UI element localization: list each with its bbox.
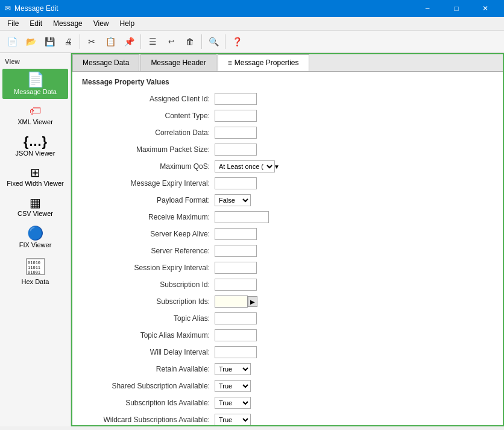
session-expiry-label: Session Expiry Interval: (82, 264, 215, 272)
paste-button[interactable]: 📌 (121, 33, 137, 50)
sep2 (140, 34, 141, 49)
save-button[interactable]: 💾 (41, 33, 58, 50)
sidebar-json-label: JSON Viewer (16, 150, 55, 157)
qos-dropdown-icon: ▼ (274, 163, 280, 170)
menu-message[interactable]: Message (48, 18, 87, 29)
server-keep-alive-row: Server Keep Alive: (82, 227, 493, 241)
session-expiry-input[interactable] (215, 262, 257, 274)
content-area: Message Property Values Assigned Client … (72, 72, 503, 425)
csv-icon: ▦ (30, 197, 41, 209)
max-qos-row: Maximum QoS: At Least once (1) At Most o… (82, 160, 493, 173)
will-delay-label: Will Delay Interval: (82, 348, 215, 356)
copy-button[interactable]: 📋 (102, 33, 119, 50)
tab-message-properties-label: Message Properties (235, 58, 299, 67)
sidebar-item-message-data[interactable]: 📄 Message Data (2, 69, 68, 99)
sidebar-xml-label: XML Viewer (17, 118, 53, 125)
retain-available-row: Retain Available: True False (82, 362, 493, 376)
max-packet-size-row: Maximum Packet Size: (82, 143, 493, 156)
subscription-id-row: Subscription Id: (82, 278, 493, 291)
server-keep-alive-label: Server Keep Alive: (82, 230, 215, 238)
open-button[interactable]: 📂 (22, 33, 39, 50)
retain-available-label: Retain Available: (82, 365, 215, 373)
server-keep-alive-input[interactable] (215, 228, 257, 240)
tab-message-header[interactable]: Message Header (140, 54, 216, 71)
tab-message-properties[interactable]: ≡Message Properties (218, 54, 309, 71)
close-button[interactable]: ✕ (471, 2, 499, 14)
payload-format-select[interactable]: False True (215, 194, 251, 206)
subscription-ids-input[interactable] (215, 296, 248, 308)
topic-alias-max-input[interactable] (215, 329, 257, 341)
payload-format-label: Payload Format: (82, 196, 215, 204)
sidebar-fixed-label: Fixed Width Viewer (7, 180, 64, 187)
xml-icon: 🏷 (30, 105, 42, 117)
find-button[interactable]: 🔍 (205, 33, 222, 50)
topic-alias-max-label: Topic Alias Maximum: (82, 331, 215, 340)
subscription-id-input[interactable] (215, 279, 257, 291)
menu-bar: File Edit Message View Help (0, 17, 504, 31)
print-button[interactable]: 🖨 (60, 33, 77, 50)
content-type-label: Content Type: (82, 112, 215, 120)
payload-format-row: Payload Format: False True (82, 194, 493, 207)
sidebar-hex-label: Hex Data (22, 278, 49, 285)
assigned-client-id-label: Assigned Client Id: (82, 95, 215, 103)
will-delay-input[interactable] (215, 346, 257, 358)
toolbar: 📄 📂 💾 🖨 ✂ 📋 📌 ☰ ↩ 🗑 🔍 ❓ (0, 31, 504, 53)
properties-tab-icon: ≡ (228, 58, 232, 67)
menu-view[interactable]: View (89, 18, 114, 29)
shared-sub-row: Shared Subscription Available: True Fals… (82, 379, 493, 393)
sidebar-item-json-viewer[interactable]: {…} JSON Viewer (2, 131, 68, 160)
svg-text:01001: 01001 (28, 270, 40, 275)
message-data-icon: 📄 (27, 72, 45, 87)
topic-alias-input[interactable] (215, 312, 257, 324)
sidebar-item-hex-data[interactable]: 01010 11011 01001 Hex Data (2, 255, 68, 289)
menu-edit[interactable]: Edit (25, 18, 47, 29)
sub-ids-available-label: Subscription Ids Available: (82, 399, 215, 407)
minimize-button[interactable]: – (414, 2, 441, 14)
sidebar-item-csv-viewer[interactable]: ▦ CSV Viewer (2, 193, 68, 221)
message-expiry-input[interactable] (215, 177, 257, 189)
align-button[interactable]: ☰ (144, 33, 161, 50)
cut-button[interactable]: ✂ (83, 33, 100, 50)
sidebar-item-xml-viewer[interactable]: 🏷 XML Viewer (2, 101, 68, 129)
max-qos-label: Maximum QoS: (82, 162, 215, 171)
content-type-input[interactable] (215, 110, 257, 122)
retain-available-select[interactable]: True False (215, 363, 251, 375)
subscription-ids-button[interactable]: ▶ (248, 296, 257, 307)
sidebar-item-fixed-width[interactable]: ⊞ Fixed Width Viewer (2, 163, 68, 191)
sidebar-item-fix-viewer[interactable]: 🔵 FIX Viewer (2, 223, 68, 252)
server-reference-label: Server Reference: (82, 247, 215, 255)
hex-icon: 01010 11011 01001 (26, 258, 45, 277)
sidebar-label: View (2, 57, 68, 66)
server-reference-input[interactable] (215, 245, 257, 257)
sub-ids-available-select[interactable]: True False (215, 397, 251, 409)
max-qos-select[interactable]: At Least once (1) At Most once (0) Exact… (215, 160, 275, 172)
new-button[interactable]: 📄 (4, 33, 20, 50)
correlation-data-row: Correlation Data: (82, 126, 493, 139)
sep4 (225, 34, 225, 49)
fix-icon: 🔵 (27, 227, 43, 240)
message-expiry-label: Message Expiry Interval: (82, 179, 215, 188)
shared-sub-select[interactable]: True False (215, 380, 251, 392)
tab-message-data[interactable]: Message Data (72, 54, 139, 71)
correlation-data-input[interactable] (215, 127, 257, 139)
wildcard-sub-select[interactable]: True False (215, 414, 251, 425)
server-reference-row: Server Reference: (82, 244, 493, 258)
maximize-button[interactable]: □ (443, 2, 470, 14)
topic-alias-max-row: Topic Alias Maximum: (82, 329, 493, 342)
undo-button[interactable]: ↩ (163, 33, 180, 50)
menu-help[interactable]: Help (115, 18, 140, 29)
delete-button[interactable]: 🗑 (181, 33, 198, 50)
menu-file[interactable]: File (2, 18, 24, 29)
max-packet-size-input[interactable] (215, 144, 257, 156)
assigned-client-id-input[interactable] (215, 93, 257, 105)
message-expiry-row: Message Expiry Interval: (82, 177, 493, 190)
wildcard-sub-label: Wildcard Subscriptions Available: (82, 416, 215, 424)
sep3 (201, 34, 202, 49)
wildcard-sub-row: Wildcard Subscriptions Available: True F… (82, 413, 493, 425)
svg-text:01010: 01010 (28, 261, 40, 265)
help-button[interactable]: ❓ (228, 33, 245, 50)
tab-message-data-label: Message Data (83, 58, 129, 67)
sidebar-csv-label: CSV Viewer (17, 210, 53, 217)
svg-text:11011: 11011 (28, 265, 40, 270)
receive-max-input[interactable] (215, 211, 269, 223)
